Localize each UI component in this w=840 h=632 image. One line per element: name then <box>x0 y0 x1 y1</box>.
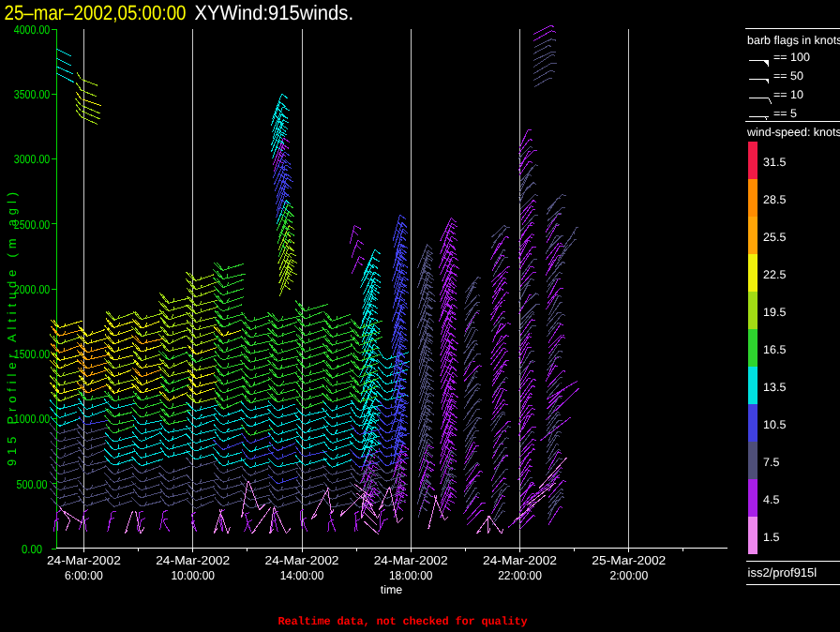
svg-text:0.00: 0.00 <box>22 542 42 556</box>
svg-text:25–mar–2002,05:00:00: 25–mar–2002,05:00:00 <box>5 1 187 24</box>
svg-text:2000.00: 2000.00 <box>14 282 51 296</box>
svg-text:24-Mar-2002: 24-Mar-2002 <box>47 553 121 567</box>
svg-text:XYWind:915winds.: XYWind:915winds. <box>195 1 354 24</box>
svg-text:19.5: 19.5 <box>763 306 786 319</box>
svg-text:== 50: == 50 <box>773 69 803 83</box>
svg-text:24-Mar-2002: 24-Mar-2002 <box>374 553 448 567</box>
svg-text:3000.00: 3000.00 <box>14 152 51 166</box>
svg-text:24-Mar-2002: 24-Mar-2002 <box>265 553 339 567</box>
svg-text:== 100: == 100 <box>773 51 810 64</box>
svg-text:22.5: 22.5 <box>763 268 786 281</box>
svg-text:10:00:00: 10:00:00 <box>171 568 215 582</box>
svg-text:== 10: == 10 <box>773 88 803 101</box>
svg-text:28.5: 28.5 <box>763 193 786 206</box>
svg-text:22:00:00: 22:00:00 <box>498 568 542 582</box>
svg-text:barb flags in knots: barb flags in knots <box>747 34 840 47</box>
svg-text:500.00: 500.00 <box>17 477 48 491</box>
svg-text:14:00:00: 14:00:00 <box>280 568 324 582</box>
svg-text:915 Profiler Altitude (m agl): 915 Profiler Altitude (m agl) <box>5 192 19 466</box>
svg-text:2500.00: 2500.00 <box>14 218 51 232</box>
svg-text:3500.00: 3500.00 <box>14 87 51 101</box>
svg-text:Realtime data, not checked for: Realtime data, not checked for quality <box>278 615 527 628</box>
svg-text:10.5: 10.5 <box>763 418 786 431</box>
svg-text:18:00:00: 18:00:00 <box>389 568 433 582</box>
svg-text:24-Mar-2002: 24-Mar-2002 <box>156 553 230 567</box>
svg-text:1.5: 1.5 <box>763 531 779 544</box>
svg-text:24-Mar-2002: 24-Mar-2002 <box>483 553 557 567</box>
svg-text:25-Mar-2002: 25-Mar-2002 <box>592 553 666 567</box>
svg-text:1000.00: 1000.00 <box>14 412 51 426</box>
svg-text:2:00:00: 2:00:00 <box>609 568 648 582</box>
svg-text:wind-speed: knots: wind-speed: knots <box>746 126 840 139</box>
svg-text:25.5: 25.5 <box>763 231 786 244</box>
svg-text:time: time <box>381 583 403 596</box>
svg-text:== 5: == 5 <box>773 107 797 120</box>
svg-text:4000.00: 4000.00 <box>14 23 51 37</box>
svg-text:1500.00: 1500.00 <box>14 347 51 361</box>
svg-text:4.5: 4.5 <box>763 493 779 506</box>
svg-text:16.5: 16.5 <box>763 343 786 356</box>
svg-text:6:00:00: 6:00:00 <box>65 568 103 582</box>
svg-text:13.5: 13.5 <box>763 381 786 394</box>
svg-text:31.5: 31.5 <box>763 156 786 169</box>
svg-text:7.5: 7.5 <box>763 456 779 469</box>
svg-text:iss2/prof915l: iss2/prof915l <box>748 565 818 579</box>
